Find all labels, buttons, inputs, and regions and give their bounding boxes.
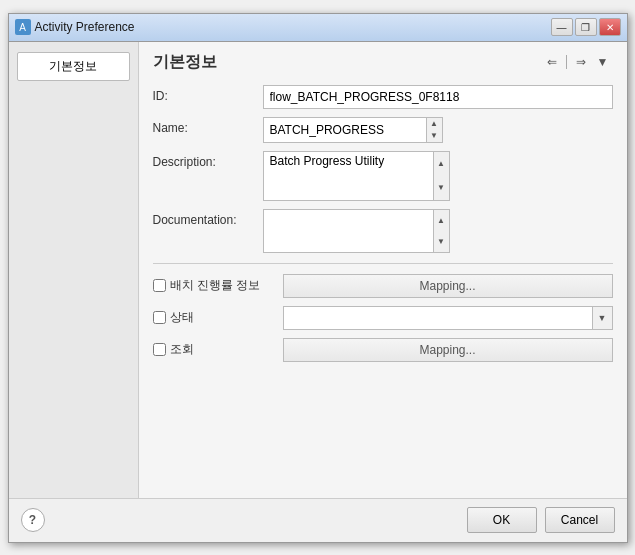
documentation-textarea[interactable] <box>264 210 433 252</box>
status-row: 상태 ▼ <box>153 306 613 330</box>
window-icon: A <box>15 19 31 35</box>
description-input-wrap: Batch Progress Utility ▲ ▼ <box>263 151 450 201</box>
bottom-buttons: OK Cancel <box>467 507 615 533</box>
nav-forward-button[interactable]: ⇒ <box>571 53 591 71</box>
separator <box>153 263 613 264</box>
nav-buttons: ⇐ ⇒ ▼ <box>542 53 613 71</box>
query-checkbox[interactable] <box>153 343 166 356</box>
query-mapping-button[interactable]: Mapping... <box>283 338 613 362</box>
description-scroll-up[interactable]: ▲ <box>434 152 449 176</box>
query-row: 조회 Mapping... <box>153 338 613 362</box>
bottom-bar: ? OK Cancel <box>9 498 627 542</box>
nav-divider <box>566 55 567 69</box>
documentation-label: Documentation: <box>153 209 263 227</box>
name-label: Name: <box>153 117 263 135</box>
documentation-scroll-up[interactable]: ▲ <box>434 210 449 231</box>
nav-dropdown-button[interactable]: ▼ <box>593 53 613 71</box>
nav-back-button[interactable]: ⇐ <box>542 53 562 71</box>
id-row: ID: <box>153 85 613 109</box>
description-textarea[interactable]: Batch Progress Utility <box>264 152 433 200</box>
description-scroll-down[interactable]: ▼ <box>434 176 449 200</box>
query-label: 조회 <box>170 341 194 358</box>
batch-progress-row: 배치 진행률 정보 Mapping... <box>153 274 613 298</box>
documentation-scroll-down[interactable]: ▼ <box>434 231 449 252</box>
sidebar-tab-basic-info[interactable]: 기본정보 <box>17 52 130 81</box>
documentation-row: Documentation: ▲ ▼ <box>153 209 613 253</box>
main-window: A Activity Preference — ❐ ✕ 기본정보 기본정보 ⇐ <box>8 13 628 543</box>
name-row: Name: ▲ ▼ <box>153 117 613 143</box>
batch-progress-label: 배치 진행률 정보 <box>170 277 261 294</box>
status-dropdown-wrap: ▼ <box>283 306 613 330</box>
title-bar: A Activity Preference — ❐ ✕ <box>9 14 627 42</box>
minimize-button[interactable]: — <box>551 18 573 36</box>
sidebar: 기본정보 <box>9 42 139 498</box>
titlebar-buttons: — ❐ ✕ <box>551 18 621 36</box>
name-scroll-down[interactable]: ▼ <box>427 130 442 142</box>
batch-progress-checkbox-wrap: 배치 진행률 정보 <box>153 277 283 294</box>
help-button[interactable]: ? <box>21 508 45 532</box>
documentation-input-wrap: ▲ ▼ <box>263 209 450 253</box>
status-checkbox[interactable] <box>153 311 166 324</box>
documentation-scroll-buttons: ▲ ▼ <box>433 210 449 252</box>
status-label: 상태 <box>170 309 194 326</box>
id-input[interactable] <box>263 85 613 109</box>
window-title: Activity Preference <box>35 20 547 34</box>
query-checkbox-wrap: 조회 <box>153 341 283 358</box>
name-scroll-buttons: ▲ ▼ <box>426 118 442 142</box>
description-scroll-buttons: ▲ ▼ <box>433 152 449 200</box>
content-header: 기본정보 ⇐ ⇒ ▼ <box>153 52 613 73</box>
form-section: ID: Name: ▲ ▼ <box>153 85 613 488</box>
batch-progress-mapping-button[interactable]: Mapping... <box>283 274 613 298</box>
content-area: 기본정보 ⇐ ⇒ ▼ ID: <box>139 42 627 498</box>
content-title: 기본정보 <box>153 52 217 73</box>
name-input[interactable] <box>264 118 426 142</box>
name-input-wrap: ▲ ▼ <box>263 117 443 143</box>
status-dropdown-input[interactable] <box>284 307 592 329</box>
ok-button[interactable]: OK <box>467 507 537 533</box>
window-body: 기본정보 기본정보 ⇐ ⇒ ▼ <box>9 42 627 542</box>
description-row: Description: Batch Progress Utility ▲ ▼ <box>153 151 613 201</box>
cancel-button[interactable]: Cancel <box>545 507 615 533</box>
status-dropdown-arrow[interactable]: ▼ <box>592 307 612 329</box>
close-button[interactable]: ✕ <box>599 18 621 36</box>
description-label: Description: <box>153 151 263 169</box>
status-checkbox-wrap: 상태 <box>153 309 283 326</box>
main-content: 기본정보 기본정보 ⇐ ⇒ ▼ <box>9 42 627 498</box>
batch-progress-checkbox[interactable] <box>153 279 166 292</box>
id-input-wrap <box>263 85 613 109</box>
id-label: ID: <box>153 85 263 103</box>
name-scroll-up[interactable]: ▲ <box>427 118 442 130</box>
restore-button[interactable]: ❐ <box>575 18 597 36</box>
